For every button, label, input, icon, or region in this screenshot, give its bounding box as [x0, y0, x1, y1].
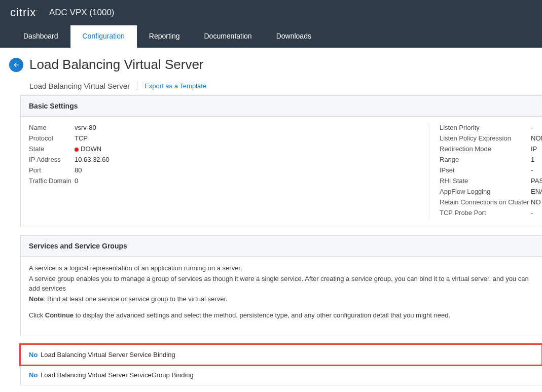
- kv-traffic-domain: Traffic Domain0: [29, 177, 419, 185]
- kv-rhi-state: RHI StatePASSIV: [440, 177, 542, 185]
- status-dot-icon: [75, 148, 79, 152]
- back-button[interactable]: [9, 58, 23, 72]
- kv-appflow: AppFlow LoggingENABL: [440, 188, 542, 195]
- services-continue-text: Click Continue to display the advanced s…: [29, 311, 534, 320]
- services-desc-2: A service group enables you to manage a …: [29, 274, 534, 294]
- tab-dashboard[interactable]: Dashboard: [11, 25, 70, 48]
- kv-state: StateDOWN: [29, 145, 419, 153]
- arrow-left-icon: [13, 61, 20, 68]
- basic-settings-panel: Basic Settings Namevsrv-80 ProtocolTCP S…: [20, 95, 542, 227]
- tab-downloads[interactable]: Downloads: [264, 25, 323, 48]
- breadcrumb-row: Load Balancing Virtual Server Export as …: [29, 82, 542, 90]
- top-header: citrix. ADC VPX (1000): [0, 0, 542, 25]
- kv-range: Range1: [440, 156, 542, 163]
- kv-port: Port80: [29, 166, 419, 174]
- export-template-link[interactable]: Export as a Template: [144, 82, 206, 90]
- services-panel: Services and Service Groups A service is…: [20, 235, 542, 336]
- kv-ipset: IPset-: [440, 166, 542, 174]
- basic-settings-left: Namevsrv-80 ProtocolTCP StateDOWN IP Add…: [29, 124, 429, 220]
- tab-reporting[interactable]: Reporting: [137, 25, 192, 48]
- kv-listen-priority: Listen Priority-: [440, 124, 542, 131]
- services-desc-1: A service is a logical representation of…: [29, 264, 534, 273]
- product-title: ADC VPX (1000): [49, 8, 115, 18]
- page-header: Load Balancing Virtual Server: [9, 57, 542, 73]
- servicegroup-binding-row[interactable]: No Load Balancing Virtual Server Service…: [20, 365, 542, 385]
- services-note: Note: Bind at least one service or servi…: [29, 295, 534, 304]
- kv-retain-conn: Retain Connections on ClusterNO: [440, 198, 542, 206]
- tab-documentation[interactable]: Documentation: [192, 25, 264, 48]
- citrix-logo: citrix.: [10, 6, 38, 19]
- tab-configuration[interactable]: Configuration: [70, 25, 137, 48]
- page-content: Load Balancing Virtual Server Load Balan…: [0, 48, 542, 392]
- kv-name: Namevsrv-80: [29, 124, 419, 131]
- basic-settings-header: Basic Settings: [21, 96, 542, 117]
- services-body: A service is a logical representation of…: [21, 257, 542, 336]
- basic-settings-body: Namevsrv-80 ProtocolTCP StateDOWN IP Add…: [21, 117, 542, 227]
- kv-redirection: Redirection ModeIP: [440, 145, 542, 153]
- page-title: Load Balancing Virtual Server: [29, 57, 204, 73]
- service-binding-row[interactable]: No Load Balancing Virtual Server Service…: [20, 344, 542, 365]
- kv-ip: IP Address10.63.32.60: [29, 156, 419, 163]
- kv-listen-policy: Listen Policy ExpressionNONE: [440, 134, 542, 142]
- services-header: Services and Service Groups: [21, 236, 542, 257]
- basic-settings-right: Listen Priority- Listen Policy Expressio…: [429, 124, 542, 220]
- kv-protocol: ProtocolTCP: [29, 134, 419, 142]
- kv-tcp-probe: TCP Probe Port-: [440, 209, 542, 217]
- nav-tabs: Dashboard Configuration Reporting Docume…: [0, 25, 542, 48]
- breadcrumb: Load Balancing Virtual Server: [29, 82, 137, 90]
